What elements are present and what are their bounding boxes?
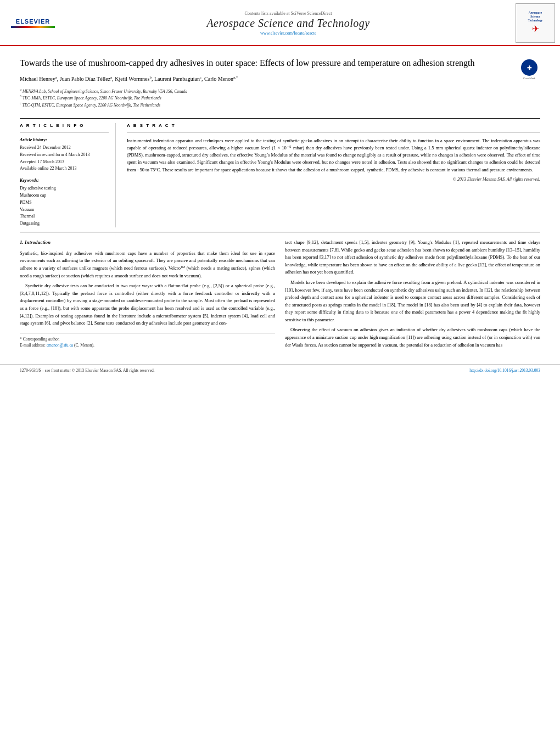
online-date: Available online 22 March 2013: [20, 165, 109, 172]
elsevier-logo: ELSEVIER: [16, 18, 50, 25]
article-title: Towards the use of mushroom-capped dry a…: [20, 57, 513, 69]
abstract-text: Instrumented indentation apparatus and t…: [127, 137, 540, 174]
article-info-header: A R T I C L E I N F O: [20, 123, 109, 128]
journal-title: Aerospace Science and Technology: [66, 17, 511, 30]
footnote-corresponding: * Corresponding author.: [20, 336, 275, 342]
two-column-body: 1. Introduction Synthetic, bio-inspired …: [20, 239, 540, 353]
email-label: E-mail address:: [20, 343, 46, 348]
doi-link[interactable]: http://dx.doi.org/10.1016/j.ast.2013.03.…: [469, 368, 540, 373]
affiliation-b: b TEC-MMA, ESTEC, European Space Agency,…: [20, 94, 513, 101]
accepted-date: Accepted 17 March 2013: [20, 159, 109, 166]
keyword-4: Vacuum: [20, 207, 109, 214]
intro-title: 1. Introduction: [20, 239, 275, 247]
divider-abstract: [127, 132, 540, 133]
logo-icon: ✈: [532, 24, 539, 34]
abstract-copyright: © 2013 Elsevier Masson SAS. All rights r…: [127, 177, 540, 182]
footer-doi: http://dx.doi.org/10.1016/j.ast.2013.03.…: [469, 368, 540, 373]
page-footer: 1270-9638/$ – see front matter © 2013 El…: [0, 364, 560, 376]
intro-p1: Synthetic, bio-inspired dry adhesives wi…: [20, 250, 275, 280]
footnote: * Corresponding author. E-mail address: …: [20, 333, 275, 349]
keywords-label: Keywords:: [20, 178, 109, 183]
divider-2: [20, 232, 540, 232]
abstract-header: A B S T R A C T: [127, 123, 540, 128]
footer-issn: 1270-9638/$ – see front matter © 2013 El…: [20, 368, 155, 373]
article-body: A R T I C L E I N F O Article history: R…: [20, 123, 540, 227]
keyword-1: Dry adhesive testing: [20, 185, 109, 192]
intro-p2: Synthetic dry adhesive tests can be cond…: [20, 282, 275, 327]
affiliation-c: c TEC-QTM, ESTEC, European Space Agency,…: [20, 101, 513, 108]
keyword-3: PDMS: [20, 199, 109, 207]
divider-info: [20, 132, 109, 133]
section-number: 1.: [20, 239, 24, 245]
affiliation-a: a MENRVA Lab, School of Engineering Scie…: [20, 87, 513, 94]
article-info: A R T I C L E I N F O Article history: R…: [20, 123, 116, 227]
page-header: ELSEVIER Contents lists available at Sci…: [0, 0, 560, 46]
email-link[interactable]: cmenon@sfu.ca: [47, 343, 73, 348]
journal-info-center: Contents lists available at SciVerse Sci…: [66, 11, 511, 36]
col2-p3: Observing the effect of vacuum on adhesi…: [285, 326, 540, 349]
article-title-section: Towards the use of mushroom-capped dry a…: [20, 57, 540, 114]
elsevier-color-bar: [11, 26, 55, 28]
journal-logo-right: AerospaceScienceTechnology ✈: [511, 3, 560, 43]
footnote-email: E-mail address: cmenon@sfu.ca (C. Menon)…: [20, 342, 275, 348]
right-column: tact shape [9,12], detachment speeds [1,…: [285, 239, 540, 353]
revised-date: Received in revised form 4 March 2013: [20, 152, 109, 159]
col2-p2: Models have been developed to explain th…: [285, 279, 540, 324]
main-content: Towards the use of mushroom-capped dry a…: [0, 46, 560, 360]
left-column: 1. Introduction Synthetic, bio-inspired …: [20, 239, 275, 353]
abstract-section: A B S T R A C T Instrumented indentation…: [127, 123, 540, 227]
article-title-text: Towards the use of mushroom-capped dry a…: [20, 57, 513, 114]
keyword-2: Mushroom cap: [20, 192, 109, 199]
col2-p1: tact shape [9,12], detachment speeds [1,…: [285, 239, 540, 276]
email-suffix: (C. Menon).: [74, 343, 94, 348]
crossmark: ✚ CrossMark: [518, 59, 540, 80]
authors: Michael Henreya, Juan Pablo Díaz Télleza…: [20, 75, 513, 83]
sciverse-text: Contents lists available at SciVerse Sci…: [66, 11, 511, 16]
received-date: Received 24 December 2012: [20, 144, 109, 152]
keyword-5: Thermal: [20, 213, 109, 220]
crossmark-icon: ✚: [521, 59, 537, 76]
logo-title-text: AerospaceScienceTechnology: [528, 11, 543, 23]
journal-logo-box: AerospaceScienceTechnology ✈: [516, 3, 555, 43]
elsevier-logo-section: ELSEVIER: [0, 16, 66, 30]
journal-url: www.elsevier.com/locate/aescte: [66, 31, 511, 36]
affiliations: a MENRVA Lab, School of Engineering Scie…: [20, 87, 513, 108]
article-history-label: Article history:: [20, 137, 109, 142]
crossmark-label: CrossMark: [523, 77, 535, 80]
keyword-6: Outgassing: [20, 220, 109, 227]
intro-body-col1: Synthetic, bio-inspired dry adhesives wi…: [20, 250, 275, 327]
intro-body-col2: tact shape [9,12], detachment speeds [1,…: [285, 239, 540, 349]
divider-1: [20, 118, 540, 119]
